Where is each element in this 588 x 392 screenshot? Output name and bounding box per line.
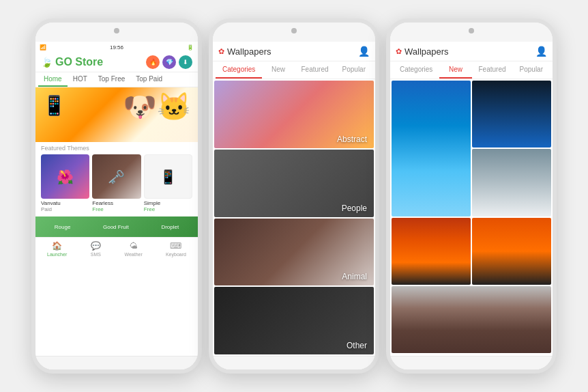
- diamond-icon[interactable]: 💎: [162, 55, 176, 69]
- screen-wallpapers-cat: ✿ Wallpapers 👤 Categories New Featured P…: [213, 42, 375, 356]
- wp-tab-popular-1[interactable]: Popular: [336, 61, 372, 79]
- go-store-action-icons: 🔥 💎 ⬇: [146, 55, 192, 69]
- themes-grid: 🌺 Vanvatu Paid 🗝️ Fearless Free 📱 Simple…: [35, 153, 198, 214]
- status-bar-1: 📶 19:56 🔋: [35, 42, 198, 53]
- grid-item-city[interactable]: [472, 81, 551, 148]
- status-signal: 📶: [40, 44, 46, 51]
- camera-1: [114, 28, 119, 33]
- wp-tab-new-1[interactable]: New: [262, 61, 294, 79]
- category-people-label: People: [342, 204, 367, 213]
- grid-item-windmill[interactable]: [392, 218, 471, 285]
- theme-price-vanvatu: Paid: [41, 206, 89, 212]
- phones-container: 📶 19:56 🔋 🍃 GO Store 🔥 💎 ⬇ Home HOT: [25, 12, 563, 380]
- wallpapers-title-2: ✿ Wallpapers: [396, 46, 449, 57]
- wp-tab-popular-2[interactable]: Popular: [513, 61, 550, 79]
- wallpapers-header-1: ✿ Wallpapers 👤: [213, 42, 375, 61]
- phone-bottom-bar-2: [213, 356, 375, 369]
- phone-wallpapers-categories: ✿ Wallpapers 👤 Categories New Featured P…: [209, 18, 379, 374]
- bottom-nav-weather[interactable]: 🌤 Weather: [124, 240, 142, 257]
- bottom-nav-sms[interactable]: 💬 SMS: [90, 240, 101, 257]
- weather-icon: 🌤: [128, 240, 139, 251]
- category-people[interactable]: People: [214, 150, 374, 217]
- wp-tab-new-2[interactable]: New: [439, 61, 471, 79]
- fire-icon[interactable]: 🔥: [146, 55, 160, 69]
- keyboard-icon: ⌨: [171, 240, 181, 251]
- wallpapers-grid: [390, 79, 553, 356]
- theme-price-fearless: Free: [92, 206, 141, 212]
- tab-top-paid[interactable]: Top Paid: [130, 72, 168, 87]
- weather-label: Weather: [124, 252, 142, 257]
- grid-item-building[interactable]: [472, 149, 551, 216]
- phone-top-bar-1: [35, 23, 198, 42]
- sms-icon: 💬: [90, 240, 101, 251]
- more-item-1: Rouge: [55, 224, 71, 230]
- wp-tab-categories-1[interactable]: Categories: [216, 61, 262, 79]
- theme-name-fearless: Fearless: [92, 200, 141, 206]
- wallpapers-title-text-1: Wallpapers: [227, 46, 271, 57]
- launcher-icon: 🏠: [52, 240, 63, 251]
- category-abstract[interactable]: Abstract: [214, 81, 374, 148]
- sms-label: SMS: [91, 252, 101, 257]
- camera-3: [469, 28, 474, 33]
- featured-banner: 🐶🐱 📱: [35, 87, 198, 142]
- go-store-bottom-nav: 🏠 Launcher 💬 SMS 🌤 Weather ⌨ Keyboard: [35, 237, 198, 260]
- theme-card-simple: 📱 Simple Free: [144, 154, 192, 212]
- featured-themes-label: Featured Themes: [35, 142, 198, 153]
- grid-item-desert[interactable]: [392, 286, 551, 353]
- more-item-2: Good Fruit: [103, 224, 129, 230]
- theme-name-simple: Simple: [144, 200, 192, 206]
- wallpapers-user-icon-2[interactable]: 👤: [535, 46, 547, 57]
- screen-wallpapers-new: ✿ Wallpapers 👤 Categories New Featured P…: [390, 42, 553, 356]
- tab-hot[interactable]: HOT: [68, 72, 93, 87]
- wallpapers-nav-2: Categories New Featured Popular: [390, 61, 553, 79]
- theme-thumb-fearless[interactable]: 🗝️: [92, 154, 141, 199]
- theme-thumb-vanvatu[interactable]: 🌺: [41, 154, 89, 199]
- phone-go-store: 📶 19:56 🔋 🍃 GO Store 🔥 💎 ⬇ Home HOT: [31, 18, 202, 374]
- status-time: 19:56: [110, 44, 123, 51]
- category-abstract-label: Abstract: [337, 135, 367, 144]
- screen-go-store: 📶 19:56 🔋 🍃 GO Store 🔥 💎 ⬇ Home HOT: [35, 42, 198, 356]
- camera-2: [291, 28, 297, 33]
- theme-card-fearless: 🗝️ Fearless Free: [92, 154, 141, 212]
- grid-item-ocean[interactable]: [392, 81, 471, 216]
- go-store-leaf-icon: 🍃: [41, 57, 53, 68]
- theme-name-vanvatu: Vanvatu: [41, 200, 89, 206]
- more-item-3: Droplet: [161, 224, 179, 230]
- go-store-title-text: GO Store: [55, 56, 103, 68]
- go-store-header: 🍃 GO Store 🔥 💎 ⬇: [35, 53, 198, 72]
- wp-tab-categories-2[interactable]: Categories: [393, 61, 439, 79]
- download-icon[interactable]: ⬇: [179, 55, 192, 69]
- more-apps-strip: Rouge Good Fruit Droplet: [35, 216, 198, 237]
- theme-price-simple: Free: [144, 206, 192, 212]
- flower-icon-2: ✿: [396, 47, 402, 56]
- theme-thumb-simple[interactable]: 📱: [144, 154, 192, 199]
- status-battery: 🔋: [187, 44, 194, 51]
- banner-theme-icon: 📱: [42, 94, 66, 117]
- category-animal-label: Animal: [342, 272, 367, 281]
- wallpapers-title-text-2: Wallpapers: [405, 46, 449, 57]
- wallpapers-categories-list: Abstract People Animal Other: [213, 79, 375, 356]
- wallpapers-user-icon-1[interactable]: 👤: [358, 46, 370, 57]
- phone-bottom-bar-1: [35, 356, 198, 369]
- phone-bottom-bar-3: [390, 356, 553, 369]
- wallpapers-title-1: ✿ Wallpapers: [218, 46, 271, 57]
- launcher-label: Launcher: [47, 252, 67, 257]
- bottom-nav-launcher[interactable]: 🏠 Launcher: [47, 240, 67, 257]
- category-animal[interactable]: Animal: [214, 219, 374, 286]
- phone-top-bar-3: [390, 23, 553, 42]
- bottom-nav-keyboard[interactable]: ⌨ Keyboard: [166, 240, 186, 257]
- wallpapers-nav-1: Categories New Featured Popular: [213, 61, 375, 79]
- keyboard-label: Keyboard: [166, 252, 186, 257]
- go-store-title-container: 🍃 GO Store: [41, 56, 103, 68]
- tab-top-free[interactable]: Top Free: [93, 72, 130, 87]
- flower-icon-1: ✿: [218, 47, 224, 56]
- banner-characters: 🐶🐱: [123, 91, 191, 123]
- category-other[interactable]: Other: [214, 287, 374, 354]
- tab-home[interactable]: Home: [38, 72, 68, 87]
- wp-tab-featured-2[interactable]: Featured: [472, 61, 513, 79]
- grid-item-torii[interactable]: [472, 218, 551, 285]
- wp-tab-featured-1[interactable]: Featured: [295, 61, 336, 79]
- category-other-label: Other: [347, 341, 367, 350]
- go-store-nav: Home HOT Top Free Top Paid: [35, 72, 198, 87]
- phone-wallpapers-new: ✿ Wallpapers 👤 Categories New Featured P…: [386, 18, 557, 374]
